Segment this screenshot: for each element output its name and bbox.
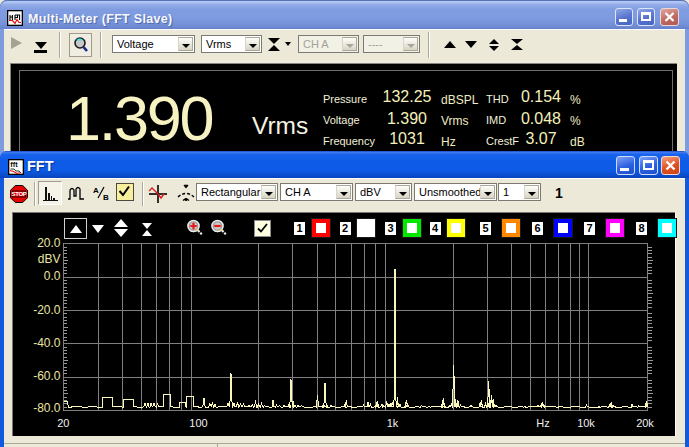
svg-text:20k: 20k (636, 417, 654, 429)
svg-text:STOP: STOP (11, 191, 26, 197)
svg-text:20.0: 20.0 (37, 236, 61, 250)
svg-text:20: 20 (57, 417, 69, 429)
svg-text:0.0: 0.0 (44, 269, 61, 283)
svg-text:B: B (103, 193, 109, 202)
svg-text:dBV: dBV (38, 252, 61, 266)
svg-text:-80.0: -80.0 (33, 401, 61, 415)
svg-text:-40.0: -40.0 (33, 336, 61, 350)
svg-text:-60.0: -60.0 (33, 369, 61, 383)
svg-text:Hz: Hz (536, 417, 549, 429)
svg-text:fft: fft (10, 160, 18, 169)
svg-text:1k: 1k (387, 417, 399, 429)
svg-text:10k: 10k (577, 417, 595, 429)
svg-text:100: 100 (189, 417, 207, 429)
svg-text:A: A (93, 186, 99, 195)
svg-text:-20.0: -20.0 (33, 303, 61, 317)
